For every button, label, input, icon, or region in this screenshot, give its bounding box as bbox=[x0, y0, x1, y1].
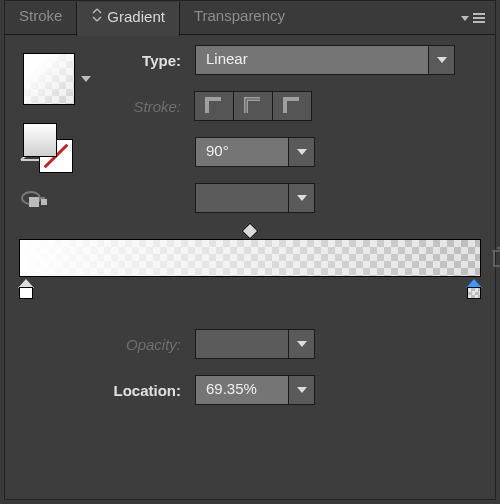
chevron-down-icon bbox=[288, 376, 314, 404]
location-label: Location: bbox=[15, 382, 195, 399]
delete-stop-button[interactable] bbox=[489, 245, 500, 269]
tab-stroke[interactable]: Stroke bbox=[5, 1, 76, 34]
gradient-stop-right[interactable] bbox=[466, 279, 482, 299]
gradient-panel: Stroke Gradient Transparency bbox=[4, 0, 496, 500]
hamburger-icon bbox=[473, 17, 485, 19]
location-select[interactable]: 69.35% bbox=[195, 375, 315, 405]
swatches-column bbox=[23, 53, 91, 213]
panel-tabbar: Stroke Gradient Transparency bbox=[5, 1, 495, 35]
aspect-value bbox=[196, 184, 288, 212]
tab-gradient-label: Gradient bbox=[107, 8, 165, 25]
panel-menu-button[interactable] bbox=[451, 1, 495, 34]
angle-select[interactable]: 90° bbox=[195, 137, 315, 167]
stroke-within-button[interactable] bbox=[194, 91, 234, 121]
tab-gradient[interactable]: Gradient bbox=[76, 2, 180, 36]
location-value: 69.35% bbox=[196, 376, 288, 404]
link-icon bbox=[91, 8, 103, 25]
opacity-select[interactable] bbox=[195, 329, 315, 359]
chevron-down-icon bbox=[288, 330, 314, 358]
gradient-preview-swatch[interactable] bbox=[23, 53, 75, 105]
chevron-down-icon bbox=[288, 184, 314, 212]
gradient-presets-dropdown[interactable] bbox=[81, 76, 91, 82]
opacity-label: Opacity: bbox=[15, 336, 195, 353]
opacity-value bbox=[196, 330, 288, 358]
gradient-stop-left[interactable] bbox=[18, 279, 34, 299]
tab-transparency[interactable]: Transparency bbox=[180, 1, 299, 34]
stroke-across-button[interactable] bbox=[272, 91, 312, 121]
gradient-midpoint-handle[interactable] bbox=[242, 223, 259, 240]
gradient-ramp[interactable] bbox=[19, 239, 481, 277]
stroke-gradient-type bbox=[195, 91, 312, 121]
type-value: Linear bbox=[196, 46, 428, 74]
aspect-select[interactable] bbox=[195, 183, 315, 213]
chevron-down-icon bbox=[288, 138, 314, 166]
type-select[interactable]: Linear bbox=[195, 45, 455, 75]
chevron-down-icon bbox=[428, 46, 454, 74]
stroke-along-button[interactable] bbox=[233, 91, 273, 121]
chevron-down-icon bbox=[461, 16, 469, 21]
fill-stroke-switcher[interactable] bbox=[23, 123, 73, 173]
reverse-gradient-button[interactable] bbox=[23, 191, 53, 213]
gradient-ramp-area bbox=[19, 239, 481, 277]
fill-swatch[interactable] bbox=[23, 123, 57, 157]
angle-value: 90° bbox=[196, 138, 288, 166]
